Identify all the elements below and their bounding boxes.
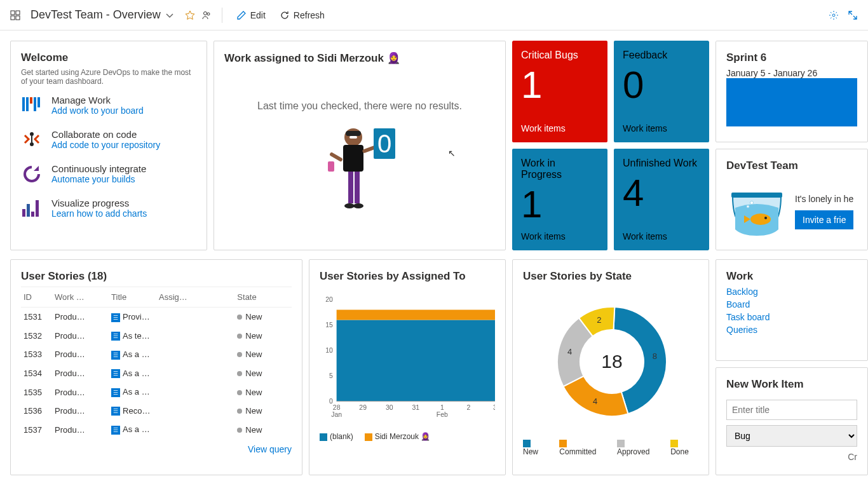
- legend-item: Approved: [617, 438, 659, 456]
- table-row[interactable]: 1536 Produ… ☰Recommended products… New: [21, 402, 292, 421]
- svg-point-35: [750, 201, 753, 204]
- welcome-item-link[interactable]: Learn how to add charts: [51, 208, 147, 219]
- metric-value: 1: [521, 66, 599, 104]
- table-row[interactable]: 1532 Produ… ☰As tester, I need to test t…: [21, 327, 292, 346]
- welcome-title: Welcome: [21, 51, 196, 64]
- table-row[interactable]: 1533 Produ… ☰As a customer, I should … N…: [21, 345, 292, 364]
- workitem-icon: ☰: [111, 369, 120, 378]
- svg-rect-21: [343, 145, 363, 172]
- star-icon[interactable]: [185, 10, 195, 20]
- work-title: Work: [726, 270, 857, 283]
- welcome-item-icon: [21, 129, 43, 151]
- workitem-icon: ☰: [111, 351, 120, 360]
- work-link[interactable]: Board: [726, 299, 857, 309]
- nwi-type-select[interactable]: Bug: [726, 425, 857, 447]
- svg-text:10: 10: [325, 347, 333, 354]
- refresh-label: Refresh: [294, 10, 325, 20]
- metrics-grid: Critical Bugs 1 Work items Feedback 0 Wo…: [512, 41, 709, 250]
- column-header[interactable]: Assig…: [156, 287, 234, 308]
- people-icon[interactable]: [201, 10, 212, 20]
- sprint-widget[interactable]: Sprint 6 January 5 - January 26: [715, 41, 868, 142]
- gear-icon[interactable]: [829, 10, 839, 20]
- stories-table: IDWork …TitleAssig…State 1531 Produ… ☰Pr…: [21, 287, 292, 439]
- invite-friend-button[interactable]: Invite a frie: [795, 210, 853, 229]
- refresh-button[interactable]: Refresh: [276, 8, 329, 23]
- work-link[interactable]: Backlog: [726, 287, 857, 297]
- metric-tile[interactable]: Unfinished Work 4 Work items: [614, 149, 709, 250]
- expand-icon[interactable]: [848, 10, 858, 20]
- table-row[interactable]: 1531 Produ… ☰Provide related items or … …: [21, 308, 292, 327]
- legend-item: Sidi Merzouk 🧕: [365, 432, 431, 441]
- svg-rect-8: [26, 97, 29, 111]
- welcome-item-title: Manage Work: [51, 95, 144, 105]
- donut-title: User Stories by State: [523, 270, 698, 283]
- svg-rect-15: [27, 204, 30, 217]
- welcome-item-link[interactable]: Automate your builds: [51, 174, 135, 184]
- workitem-icon: ☰: [111, 388, 120, 397]
- toolbar: DevTest Team - Overview Edit Refresh: [0, 0, 868, 30]
- svg-point-33: [764, 217, 767, 219]
- welcome-item-icon: [21, 95, 43, 116]
- svg-text:0: 0: [377, 130, 391, 158]
- table-row[interactable]: 1537 Produ… ☰As a customer, I would li… …: [21, 420, 292, 439]
- team-title: DevTest Team: [726, 159, 798, 172]
- welcome-item-title: Continuously integrate: [51, 163, 146, 174]
- column-header[interactable]: Work …: [52, 287, 109, 308]
- legend-item: (blank): [320, 432, 353, 441]
- dashboard-selector[interactable]: DevTest Team - Overview: [27, 6, 179, 24]
- welcome-item-link[interactable]: Add code to your repository: [51, 140, 160, 150]
- svg-text:31: 31: [412, 404, 420, 411]
- svg-point-13: [30, 142, 34, 146]
- welcome-widget: Welcome Get started using Azure DevOps t…: [10, 41, 207, 250]
- svg-rect-17: [36, 200, 39, 217]
- metric-tile[interactable]: Critical Bugs 1 Work items: [512, 41, 607, 142]
- svg-rect-27: [328, 161, 334, 172]
- svg-rect-0: [11, 11, 15, 15]
- svg-rect-22: [348, 172, 353, 203]
- metric-value: 1: [521, 186, 599, 224]
- area-chart-widget: User Stories by Assigned To 0510152028Ja…: [309, 259, 506, 475]
- column-header[interactable]: State: [234, 287, 292, 308]
- svg-rect-23: [355, 172, 360, 203]
- work-link[interactable]: Task board: [726, 312, 857, 322]
- svg-text:15: 15: [325, 322, 333, 329]
- svg-text:18: 18: [601, 351, 622, 372]
- svg-point-24: [344, 203, 355, 208]
- view-query-link[interactable]: View query: [248, 444, 292, 454]
- svg-text:5: 5: [329, 372, 333, 379]
- table-row[interactable]: 1535 Produ… ☰As a customer, I would li… …: [21, 383, 292, 402]
- pencil-icon: [236, 10, 247, 20]
- svg-rect-11: [37, 97, 40, 107]
- work-link[interactable]: Queries: [726, 325, 857, 335]
- svg-rect-10: [34, 97, 36, 111]
- column-header[interactable]: Title: [109, 287, 156, 308]
- stories-title: User Stories (18): [21, 270, 292, 283]
- nwi-title: New Work Item: [726, 378, 857, 391]
- legend-item: Committed: [559, 438, 606, 456]
- svg-text:4: 4: [567, 347, 572, 356]
- svg-text:3: 3: [493, 404, 495, 411]
- nwi-create-button[interactable]: Cr: [726, 452, 857, 462]
- metric-footer: Work items: [521, 123, 599, 133]
- welcome-item-title: Visualize progress: [51, 198, 147, 208]
- metric-tile[interactable]: Work in Progress 1 Work items: [512, 149, 607, 250]
- column-header[interactable]: ID: [21, 287, 52, 308]
- welcome-item: Continuously integrate Automate your bui…: [21, 163, 196, 185]
- metric-label: Feedback: [623, 50, 700, 61]
- metric-footer: Work items: [623, 231, 700, 241]
- workitem-icon: ☰: [111, 407, 120, 416]
- metric-value: 4: [623, 174, 700, 212]
- area-chart-legend: (blank)Sidi Merzouk 🧕: [320, 432, 495, 441]
- edit-button[interactable]: Edit: [233, 8, 269, 23]
- welcome-item: Manage Work Add work to your board: [21, 95, 196, 116]
- stories-widget: User Stories (18) IDWork …TitleAssig…Sta…: [10, 259, 302, 475]
- welcome-item-link[interactable]: Add work to your board: [51, 105, 144, 116]
- table-row[interactable]: 1534 Produ… ☰As a customer, I should … N…: [21, 364, 292, 383]
- welcome-item-title: Collaborate on code: [51, 129, 160, 140]
- dashboard-title: DevTest Team - Overview: [31, 8, 161, 22]
- metric-tile[interactable]: Feedback 0 Work items: [614, 41, 709, 142]
- svg-point-12: [30, 132, 34, 136]
- dashboard-icon: [10, 10, 20, 20]
- svg-rect-2: [11, 16, 15, 20]
- nwi-title-input[interactable]: [726, 400, 857, 420]
